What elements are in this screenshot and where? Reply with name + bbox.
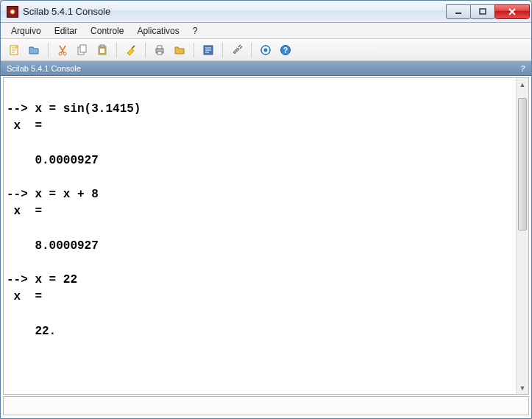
toolbar-sep — [251, 43, 252, 57]
minimize-button[interactable] — [446, 4, 471, 19]
help-icon: ? — [280, 44, 291, 56]
svg-rect-9 — [100, 45, 104, 47]
copy-icon — [77, 44, 88, 56]
minimize-icon — [455, 8, 462, 15]
maximize-button[interactable] — [470, 4, 495, 19]
scinotes-icon — [202, 44, 214, 56]
app-icon — [7, 6, 18, 18]
open-button[interactable] — [25, 41, 43, 59]
atoms-button[interactable] — [257, 41, 274, 59]
scroll-down-arrow[interactable]: ▼ — [517, 381, 528, 394]
window-buttons — [447, 4, 530, 19]
svg-point-20 — [260, 49, 262, 51]
svg-rect-0 — [455, 13, 461, 14]
new-icon — [8, 44, 20, 56]
svg-rect-13 — [157, 52, 162, 54]
close-icon — [508, 8, 517, 15]
print-icon — [154, 44, 166, 56]
menu-controle[interactable]: Controle — [85, 24, 130, 38]
toolbar: ? — [1, 39, 531, 61]
window-frame: Scilab 5.4.1 Console Arquivo Editar Cont… — [0, 0, 532, 419]
scroll-thumb[interactable] — [518, 98, 527, 230]
svg-rect-7 — [80, 45, 86, 52]
open-icon — [28, 44, 40, 56]
toolbar-sep — [48, 43, 49, 57]
console-wrap: --> x = sin(3.1415) x = 0.0000927 --> x … — [3, 77, 529, 395]
svg-point-5 — [63, 52, 66, 55]
maximize-icon — [479, 8, 486, 15]
menu-arquivo[interactable]: Arquivo — [5, 24, 47, 38]
vertical-scrollbar[interactable]: ▲ ▼ — [516, 78, 528, 394]
scroll-track[interactable] — [517, 91, 528, 381]
paste-icon — [96, 44, 108, 56]
svg-point-16 — [264, 48, 268, 52]
panel-title: Scilab 5.4.1 Console — [7, 64, 81, 73]
toolbar-sep — [222, 43, 223, 57]
title-bar[interactable]: Scilab 5.4.1 Console — [1, 1, 531, 23]
folder-icon — [174, 44, 185, 56]
window-title: Scilab 5.4.1 Console — [23, 6, 447, 17]
svg-point-17 — [265, 45, 266, 46]
svg-point-18 — [269, 49, 271, 51]
menu-bar: Arquivo Editar Controle Aplicativos ? — [1, 23, 531, 39]
panel-header: Scilab 5.4.1 Console ? — [1, 61, 531, 76]
svg-point-3 — [15, 46, 18, 49]
folder-button[interactable] — [171, 41, 188, 59]
menu-editar[interactable]: Editar — [49, 24, 83, 38]
svg-text:?: ? — [283, 46, 288, 54]
panel-help-icon[interactable]: ? — [520, 64, 525, 73]
toolbar-sep — [145, 43, 146, 57]
prefs-button[interactable] — [228, 41, 246, 59]
svg-rect-1 — [480, 9, 486, 14]
svg-point-4 — [59, 52, 62, 55]
command-input[interactable] — [3, 396, 529, 415]
paste-button[interactable] — [93, 41, 111, 59]
svg-rect-12 — [157, 46, 162, 49]
help-button[interactable]: ? — [277, 41, 294, 59]
menu-aplicativos[interactable]: Aplicativos — [131, 24, 185, 38]
menu-help[interactable]: ? — [187, 24, 204, 38]
svg-rect-10 — [100, 49, 104, 53]
copy-button[interactable] — [74, 41, 91, 59]
new-button[interactable] — [5, 41, 23, 59]
console-output[interactable]: --> x = sin(3.1415) x = 0.0000927 --> x … — [4, 78, 516, 394]
clear-button[interactable] — [122, 41, 140, 59]
scroll-up-arrow[interactable]: ▲ — [517, 78, 528, 91]
scinotes-button[interactable] — [199, 41, 217, 59]
close-button[interactable] — [494, 4, 530, 19]
cut-button[interactable] — [54, 41, 71, 59]
toolbar-sep — [116, 43, 117, 57]
clear-icon — [125, 44, 137, 56]
cut-icon — [57, 44, 68, 56]
toolbar-sep — [194, 43, 194, 57]
atoms-icon — [260, 44, 272, 56]
print-button[interactable] — [151, 41, 169, 59]
svg-point-19 — [265, 54, 266, 55]
prefs-icon — [231, 44, 243, 56]
